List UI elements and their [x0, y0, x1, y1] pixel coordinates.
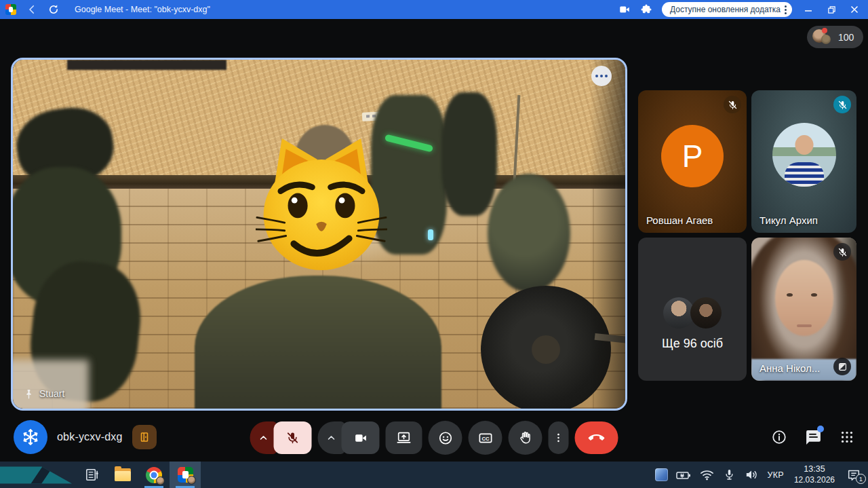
pinned-video-tile[interactable]: Stuart — [11, 58, 627, 411]
meet-icon — [178, 467, 193, 483]
app-update-pill[interactable]: Доступне оновлення додатка — [662, 2, 792, 17]
back-icon[interactable] — [26, 3, 38, 16]
chevron-up-icon — [326, 432, 337, 443]
present-icon — [397, 430, 412, 445]
browser-titlebar: Google Meet - Meet: "obk-ycxv-dxg" Досту… — [0, 0, 868, 19]
language-indicator[interactable]: УКР — [767, 470, 783, 480]
video-feed — [13, 60, 625, 409]
emoji-smile-icon — [437, 430, 453, 446]
call-end-icon — [589, 430, 605, 446]
update-menu-icon[interactable] — [785, 5, 787, 14]
task-view-button[interactable] — [76, 462, 107, 488]
chrome-taskbar-button[interactable] — [138, 462, 170, 488]
mic-toggle-button[interactable] — [274, 421, 312, 454]
taskbar-watermark — [0, 465, 72, 485]
activities-button[interactable] — [838, 428, 856, 446]
file-explorer-button[interactable] — [107, 462, 138, 488]
reactions-button[interactable] — [429, 421, 462, 455]
cat-emoji-face — [256, 134, 387, 273]
participant-tile-rovshan[interactable]: Р Ровшан Агаев — [638, 90, 747, 233]
apps-grid-icon — [840, 430, 854, 445]
expand-tile-button[interactable] — [833, 358, 851, 375]
avatar — [821, 35, 831, 44]
notification-count-badge: 1 — [856, 474, 866, 484]
more-vertical-icon — [553, 432, 565, 444]
camera-on-icon — [353, 431, 368, 445]
chat-button[interactable] — [804, 428, 822, 446]
chevron-up-icon — [258, 432, 269, 443]
speaker-icon[interactable] — [744, 467, 760, 483]
more-options-button[interactable] — [549, 421, 569, 454]
extensions-puzzle-icon[interactable] — [640, 3, 652, 16]
meet-taskbar-button[interactable] — [170, 462, 201, 488]
raise-hand-button[interactable] — [509, 421, 542, 455]
microphone-tray-icon[interactable] — [722, 468, 736, 482]
door-extension-button[interactable] — [132, 425, 157, 449]
person-silhouette — [195, 276, 441, 409]
taskbar-clock[interactable]: 13:35 12.03.2026 — [794, 464, 835, 485]
wifi-icon[interactable] — [699, 467, 715, 483]
avatar-photo — [772, 123, 836, 187]
call-controls: CC — [250, 421, 618, 455]
close-button[interactable] — [848, 3, 861, 16]
window-title: Google Meet - Meet: "obk-ycxv-dxg" — [75, 5, 210, 14]
profile-badge — [187, 476, 196, 485]
action-center-button[interactable]: 1 — [845, 466, 863, 484]
app-update-label: Доступне оновлення додатка — [670, 5, 781, 14]
google-meet-window: Google Meet - Meet: "obk-ycxv-dxg" Досту… — [0, 0, 868, 488]
tab-camera-icon[interactable] — [618, 3, 631, 16]
chat-notification-dot — [817, 426, 824, 432]
tile-options-button[interactable] — [591, 66, 612, 86]
participant-count-pill[interactable]: 100 — [807, 26, 863, 48]
more-participants-tile[interactable]: Ще 96 осіб — [638, 238, 747, 381]
info-icon — [771, 429, 787, 445]
time: 13:35 — [794, 464, 835, 475]
more-participants-label: Ще 96 осіб — [638, 337, 747, 351]
windows-taskbar: УКР 13:35 12.03.2026 1 — [0, 462, 868, 488]
avatar-initial: Р — [661, 125, 724, 187]
mic-muted-icon — [833, 243, 851, 261]
participant-name: Ровшан Агаев — [646, 214, 713, 226]
folder-icon — [115, 468, 131, 481]
snowflake-extension-button[interactable] — [14, 420, 47, 454]
chrome-icon — [146, 467, 162, 483]
camera-toggle-button[interactable] — [342, 421, 380, 454]
participant-tile-tykul[interactable]: Тикул Архип — [751, 90, 856, 233]
participant-name: Анна Нікол... — [760, 362, 820, 374]
meeting-info-cluster: obk-ycxv-dxg — [14, 420, 157, 454]
captions-icon: CC — [477, 430, 493, 446]
present-screen-button[interactable] — [386, 421, 422, 454]
task-view-icon — [84, 467, 100, 483]
meeting-code: obk-ycxv-dxg — [57, 431, 123, 443]
restore-button[interactable] — [825, 3, 838, 16]
end-call-button[interactable] — [575, 421, 618, 454]
minimize-button[interactable] — [802, 3, 815, 16]
tray-app-icon[interactable] — [655, 468, 668, 481]
participant-tile-anna[interactable]: Анна Нікол... — [751, 238, 856, 381]
meet-app-icon — [5, 4, 16, 15]
meeting-details-button[interactable] — [770, 428, 788, 446]
mic-off-icon — [286, 431, 300, 445]
mic-options-button[interactable] — [250, 421, 277, 454]
participant-name: Тикул Архип — [760, 214, 818, 226]
raise-hand-icon — [518, 430, 533, 445]
meeting-panels-cluster — [770, 428, 856, 446]
more-avatars — [663, 297, 722, 329]
avatar — [690, 297, 722, 329]
date: 12.03.2026 — [794, 475, 835, 485]
avatar-badge — [822, 28, 827, 33]
pinned-name-tag: Stuart — [24, 388, 64, 399]
camera-options-button[interactable] — [318, 421, 345, 454]
pin-icon — [24, 389, 34, 399]
participant-count: 100 — [838, 32, 854, 43]
mic-muted-icon — [724, 96, 741, 113]
reload-icon[interactable] — [47, 3, 60, 16]
participant-avatars — [812, 29, 833, 45]
pinned-name: Stuart — [39, 388, 64, 399]
snowflake-icon — [22, 428, 39, 446]
captions-button[interactable]: CC — [469, 421, 502, 455]
battery-charging-icon[interactable] — [675, 467, 692, 483]
door-icon — [138, 431, 151, 443]
profile-badge — [156, 476, 165, 485]
svg-text:CC: CC — [481, 435, 490, 441]
